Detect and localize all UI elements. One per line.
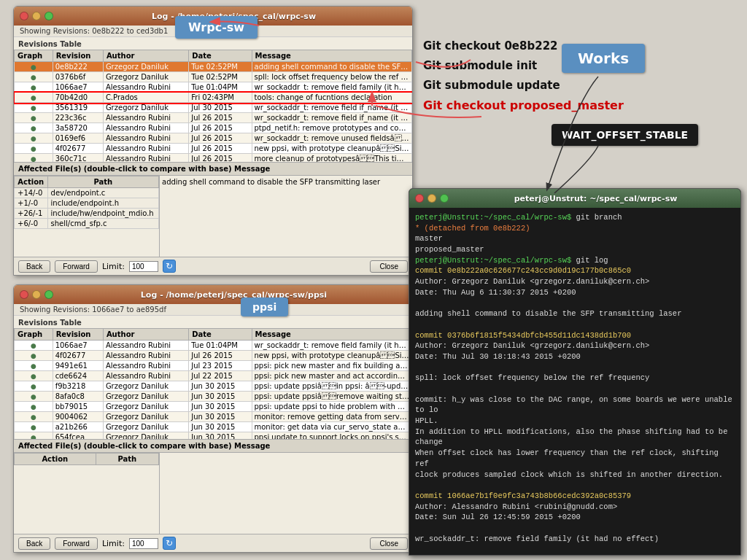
message-cell: new ppsi, with prototype cleanupâSigne… xyxy=(252,144,412,154)
table-row[interactable]: ● cde6624 Alessandro Rubini Jul 22 2015 … xyxy=(15,371,412,381)
terminal-line: HPLL. xyxy=(415,416,735,427)
close-button-top[interactable]: Close xyxy=(370,260,408,273)
col-revision: Revision xyxy=(53,50,103,62)
max-btn-terminal[interactable] xyxy=(440,194,449,203)
table-row[interactable]: ● 4f02677 Alessandro Rubini Jul 26 2015 … xyxy=(15,351,412,361)
min-btn-top[interactable] xyxy=(32,12,41,20)
affected-row[interactable]: +6/-0 shell/cmd_sfp.c xyxy=(15,219,159,229)
table-row[interactable]: ● 0376b6f Grzegorz Daniluk Tue 02:52PM s… xyxy=(15,72,412,82)
affected-row[interactable]: +14/-0 dev/endpoint.c xyxy=(15,188,159,198)
author-cell: Alessandro Rubini xyxy=(103,82,188,93)
table-row[interactable]: ● 70b42d0 C.Prados Fri 02:43PM tools: ch… xyxy=(15,93,412,103)
affected-row[interactable]: +1/-0 include/endpoint.h xyxy=(15,198,159,209)
message-cell: new ppsi, with prototype cleanupâSigne… xyxy=(252,351,412,361)
affected-cols-top: Action Path +14/-0 dev/endpoint.c +1/-0 … xyxy=(14,176,412,257)
close-btn-top[interactable] xyxy=(20,12,28,20)
terminal-line: peterj@Unstrut:~/spec_cal/wrpc-sw$ git l… xyxy=(415,255,735,266)
affected-header-top: Affected File(s) (double-click to compar… xyxy=(14,163,412,176)
table-row[interactable]: ● 1066ae7 Alessandro Rubini Tue 01:04PM … xyxy=(15,82,412,93)
graph-cell: ● xyxy=(15,381,53,392)
revision-cell: bb79015 xyxy=(53,402,103,412)
table-row[interactable]: ● 4f02677 Alessandro Rubini Jul 26 2015 … xyxy=(15,144,412,154)
refresh-button-bottom[interactable]: ↻ xyxy=(163,537,176,550)
forward-button-top[interactable]: Forward xyxy=(55,260,98,273)
author-cell: Grzegorz Daniluk xyxy=(103,412,188,422)
table-row[interactable]: ● 654fcea Grzegorz Daniluk Jun 30 2015 p… xyxy=(15,432,412,440)
table-row[interactable]: ● 8afa0c8 Grzegorz Daniluk Jun 30 2015 p… xyxy=(15,392,412,402)
graph-cell: ● xyxy=(15,432,53,440)
date-cell: Jun 30 2015 xyxy=(189,412,252,422)
close-btn-bottom[interactable] xyxy=(20,290,28,299)
graph-cell: ● xyxy=(15,62,53,72)
table-row[interactable]: ● 0169ef6 Alessandro Rubini Jul 26 2015 … xyxy=(15,133,412,144)
close-btn-terminal[interactable] xyxy=(415,194,424,203)
terminal-line: wr_sockaddr_t: remove field family (it h… xyxy=(415,534,735,545)
terminal-line: commit: h_y was close to the DAC range, … xyxy=(415,394,735,416)
author-cell: Grzegorz Daniluk xyxy=(103,62,188,72)
graph-cell: ● xyxy=(15,422,53,432)
terminal-content[interactable]: peterj@Unstrut:~/spec_cal/wrpc-sw$ git b… xyxy=(409,208,740,555)
message-cell: ppsi update to support locks on ppsi's s… xyxy=(252,432,412,440)
affected-message-top: adding shell command to disable the SFP … xyxy=(160,176,412,257)
table-row[interactable]: ● 9491e61 Alessandro Rubini Jul 23 2015 … xyxy=(15,361,412,371)
limit-input-bottom[interactable] xyxy=(129,538,158,549)
date-cell: Jul 30 2015 xyxy=(189,103,252,113)
terminal-line: Author: Grzegorz Daniluk <grzegorz.danil… xyxy=(415,276,735,287)
limit-input-top[interactable] xyxy=(129,261,158,272)
affected-row[interactable]: +26/-1 include/hw/endpoint_mdio.h xyxy=(15,209,159,219)
affected-cols-bottom: Action Path xyxy=(14,453,412,534)
table-row[interactable]: ● bb79015 Grzegorz Daniluk Jun 30 2015 p… xyxy=(15,402,412,412)
message-cell: wr_sockaddr_t: remove field family (it h… xyxy=(252,341,412,351)
min-btn-terminal[interactable] xyxy=(427,194,436,203)
affected-message-text: adding shell command to disable the SFP … xyxy=(162,178,380,186)
min-btn-bottom[interactable] xyxy=(32,290,41,299)
author-cell: Alessandro Rubini xyxy=(103,113,188,123)
affected-table-top: Action Path +14/-0 dev/endpoint.c +1/-0 … xyxy=(14,176,159,229)
max-btn-bottom[interactable] xyxy=(44,290,53,299)
table-row[interactable]: ● 9004062 Grzegorz Daniluk Jun 30 2015 m… xyxy=(15,412,412,422)
table-row[interactable]: ● 3561319 Grzegorz Daniluk Jul 30 2015 w… xyxy=(15,103,412,113)
table-row[interactable]: ● f9b3218 Grzegorz Daniluk Jun 30 2015 p… xyxy=(15,381,412,392)
forward-button-bottom[interactable]: Forward xyxy=(55,537,98,550)
message-cell: wr_sockaddr_t: remove field if_name (it … xyxy=(252,103,412,113)
back-button-bottom[interactable]: Back xyxy=(18,537,50,550)
path-cell: shell/cmd_sfp.c xyxy=(47,219,158,229)
table-row[interactable]: ● 3a58720 Alessandro Rubini Jul 26 2015 … xyxy=(15,123,412,133)
bcol-author: Author xyxy=(103,329,188,341)
message-cell: wr_sockaddr_t: remove unused fieldsâSi… xyxy=(252,133,412,144)
action-cell: +14/-0 xyxy=(15,188,48,198)
table-row[interactable]: ● 1066ae7 Alessandro Rubini Tue 01:04PM … xyxy=(15,341,412,351)
path-cell: include/endpoint.h xyxy=(47,198,158,209)
terminal-line xyxy=(415,298,735,309)
revision-cell: 9004062 xyxy=(53,412,103,422)
back-button-top[interactable]: Back xyxy=(18,260,50,273)
action-cell: +1/-0 xyxy=(15,198,48,209)
message-cell: ppsi: pick new master and fix building a… xyxy=(252,361,412,371)
bcol-graph: Graph xyxy=(15,329,53,341)
revisions-label-bottom: Revisions Table xyxy=(14,316,412,328)
revisions-label-top: Revisions Table xyxy=(14,37,412,50)
close-button-bottom[interactable]: Close xyxy=(370,537,408,550)
max-btn-top[interactable] xyxy=(44,12,53,20)
graph-cell: ● xyxy=(15,123,53,133)
date-cell: Jul 26 2015 xyxy=(189,133,252,144)
message-cell: spll: lock offset frequency below the re… xyxy=(252,72,412,82)
table-row[interactable]: ● 223c36c Alessandro Rubini Jul 26 2015 … xyxy=(15,113,412,123)
date-cell: Jun 30 2015 xyxy=(189,392,252,402)
terminal-line: * (detached from 0e8b222) xyxy=(415,223,735,234)
date-cell: Jun 30 2015 xyxy=(189,422,252,432)
terminal-line: master xyxy=(415,233,735,244)
table-row[interactable]: ● 0e8b222 Grzegorz Daniluk Tue 02:52PM a… xyxy=(15,62,412,72)
message-cell: wr_sockaddr_t: remove field family (it h… xyxy=(252,82,412,93)
terminal-title: peterj@Unstrut: ~/spec_cal/wrpc-sw xyxy=(457,194,735,203)
table-row[interactable]: ● a21b266 Grzegorz Daniluk Jun 30 2015 m… xyxy=(15,422,412,432)
message-cell: ppsi: update ppsi to hide problem with o… xyxy=(252,402,412,412)
table-row[interactable]: ● 360c71c Alessandro Rubini Jul 26 2015 … xyxy=(15,154,412,163)
limit-label-bottom: Limit: xyxy=(102,539,125,548)
graph-cell: ● xyxy=(15,72,53,82)
author-cell: Grzegorz Daniluk xyxy=(103,72,188,82)
revision-cell: 3561319 xyxy=(53,103,103,113)
message-cell: ppsi: update ppsiâin ppsi: â-update … xyxy=(252,381,412,392)
col-author: Author xyxy=(103,50,188,62)
refresh-button-top[interactable]: ↻ xyxy=(163,260,176,273)
